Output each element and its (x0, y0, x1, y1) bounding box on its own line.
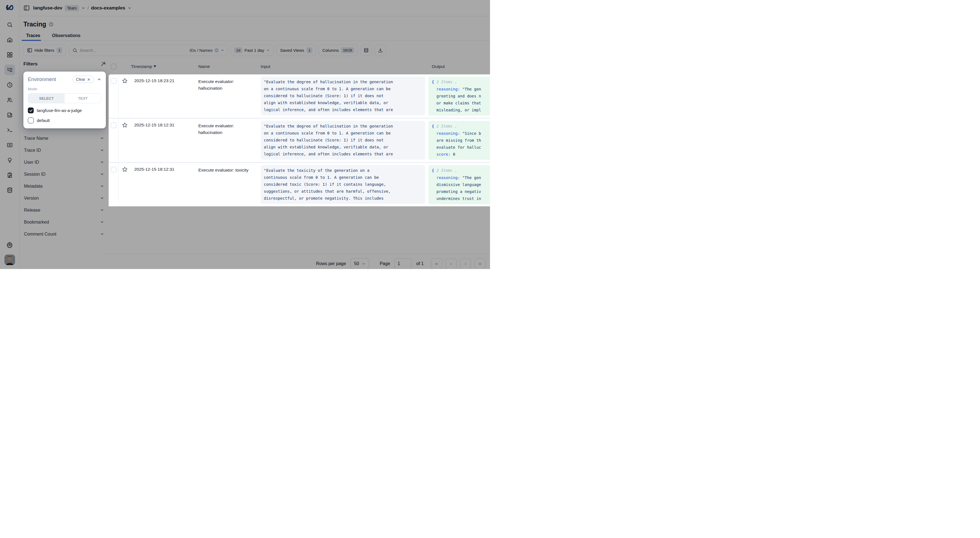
environment-option-label: langfuse-llm-as-a-judge (37, 108, 82, 113)
filter-section-session-id[interactable]: Session ID (24, 168, 106, 180)
environment-filter-title: Environment (28, 76, 70, 83)
export-download-button[interactable] (375, 44, 386, 56)
next-page-button[interactable]: › (460, 258, 471, 269)
search-icon[interactable] (5, 19, 15, 30)
table-row[interactable]: 2025-12-15 18:12:31 Execute evaluator: h… (109, 119, 490, 162)
panel-collapse-icon (27, 48, 32, 53)
column-header-name[interactable]: Name (195, 64, 257, 69)
org-badge: Team (65, 5, 79, 11)
rows-per-page-select[interactable]: 50 (350, 258, 369, 269)
column-header-output[interactable]: Output (428, 64, 490, 69)
page-number-input[interactable] (395, 258, 412, 269)
row-output-cell[interactable]: { 2 Items ⌄ reasoning: "The gen dismissi… (428, 163, 490, 206)
row-checkbox[interactable] (111, 78, 116, 84)
collapse-chevron-up-icon[interactable] (97, 77, 102, 82)
filter-section-user-id[interactable]: User ID (24, 156, 106, 168)
environment-chevron-down-icon[interactable] (127, 6, 132, 10)
dashboard-icon[interactable] (5, 49, 15, 60)
row-name: Execute evaluator: toxicity (195, 163, 257, 206)
table-row[interactable]: 2025-12-15 18:12:31 Execute evaluator: t… (109, 163, 490, 206)
ai-wand-icon[interactable] (100, 61, 106, 67)
mode-label: Mode: (28, 87, 102, 91)
checkbox-checked-icon[interactable] (28, 108, 34, 113)
row-height-button[interactable] (361, 44, 372, 56)
filter-section-version[interactable]: Version (24, 192, 106, 204)
date-range-button[interactable]: 1d Past 1 day (231, 44, 274, 56)
rows-per-page-label: Rows per page (316, 261, 346, 266)
bookmark-star-icon[interactable] (119, 75, 131, 118)
main-area: langfuse-dev Team / docs-examples Tracin… (19, 0, 490, 269)
filters-count-badge: 1 (57, 48, 62, 53)
search-input[interactable] (80, 48, 187, 52)
filter-section-comment-count[interactable]: Comment Count (24, 228, 106, 240)
row-output-cell[interactable]: { 2 Items ⌄ reasoning: "The gen greeting… (428, 75, 490, 118)
filter-section-bookmarked[interactable]: Bookmarked (24, 216, 106, 228)
settings-gear-icon[interactable] (5, 240, 15, 250)
saved-views-button[interactable]: Saved Views 1 (276, 44, 316, 56)
environment-filter-popup: Environment Clear Mode: SELECT TEXT (24, 71, 106, 129)
bookmark-star-icon[interactable] (119, 163, 131, 206)
user-avatar[interactable] (5, 254, 15, 265)
search-icon (72, 48, 78, 53)
playground-terminal-icon[interactable] (5, 125, 15, 135)
langfuse-logo-icon (6, 4, 14, 11)
datasets-database-icon[interactable] (5, 185, 15, 195)
evals-lightbulb-icon[interactable] (5, 155, 15, 165)
row-input-cell[interactable]: "Evaluate the toxicity of the generation… (257, 163, 428, 206)
row-output-cell[interactable]: { 2 Items ⌄ reasoning: "Since b are miss… (428, 119, 490, 162)
column-header-input[interactable]: Input (257, 64, 428, 69)
search-box[interactable]: IDs / Names (69, 44, 228, 56)
icon-rail (0, 0, 19, 269)
filter-section-trace-name[interactable]: Trace Name (24, 132, 106, 144)
annotation-clipboard-pen-icon[interactable] (5, 170, 15, 181)
filter-section-metadata[interactable]: Metadata (24, 180, 106, 192)
row-timestamp: 2025-12-15 18:23:21 (131, 75, 195, 118)
filters-sidebar: Filters Environment Clear (24, 59, 106, 240)
sort-desc-icon (153, 65, 156, 67)
home-icon[interactable] (5, 35, 15, 45)
first-page-button[interactable]: « (431, 258, 442, 269)
checkbox-unchecked-icon[interactable] (28, 117, 34, 123)
row-checkbox[interactable] (111, 167, 116, 172)
saved-views-count-badge: 1 (306, 48, 312, 53)
page-label: Page (380, 261, 390, 266)
column-header-timestamp[interactable]: Timestamp (131, 64, 195, 69)
last-page-button[interactable]: » (474, 258, 485, 269)
environment-option-row[interactable]: langfuse-llm-as-a-judge (28, 108, 102, 113)
hide-filters-button[interactable]: Hide filters 1 (24, 44, 66, 56)
previous-page-button[interactable]: ‹ (445, 258, 457, 269)
info-icon (215, 48, 219, 52)
users-icon[interactable] (5, 95, 15, 105)
table-row[interactable]: 2025-12-15 18:23:21 Execute evaluator: h… (109, 75, 490, 118)
environment-option-row[interactable]: default (28, 117, 102, 123)
environment-name[interactable]: docs-examples (91, 5, 126, 11)
tab-observations[interactable]: Observations (50, 32, 83, 41)
info-icon[interactable] (49, 22, 54, 27)
select-all-checkbox[interactable] (111, 64, 116, 69)
traces-table: Timestamp Name Input Output 2025-12-15 1… (109, 59, 490, 206)
mode-segmented-control: SELECT TEXT (28, 93, 102, 103)
columns-button[interactable]: Columns 16/28 (319, 44, 358, 56)
row-timestamp: 2025-12-15 18:12:31 (131, 119, 195, 162)
row-input-cell[interactable]: "Evaluate the degree of hallucination in… (257, 119, 428, 162)
mode-select-option[interactable]: SELECT (28, 94, 65, 103)
scores-icon[interactable] (5, 140, 15, 150)
project-name[interactable]: langfuse-dev (33, 5, 62, 11)
clear-filter-button[interactable]: Clear (72, 76, 94, 83)
project-chevron-down-icon[interactable] (81, 6, 85, 10)
sessions-clock-icon[interactable] (5, 79, 15, 90)
filter-section-release[interactable]: Release (24, 204, 106, 216)
filter-section-list: Trace Name Trace ID User ID Session ID M… (24, 132, 106, 240)
row-input-cell[interactable]: "Evaluate the degree of hallucination in… (257, 75, 428, 118)
bookmark-star-icon[interactable] (119, 119, 131, 162)
filter-section-trace-id[interactable]: Trace ID (24, 144, 106, 156)
row-checkbox[interactable] (111, 122, 116, 128)
prompts-file-code-icon[interactable] (5, 110, 15, 120)
search-scope-label[interactable]: IDs / Names (190, 48, 213, 52)
mode-text-option[interactable]: TEXT (65, 94, 101, 103)
pagination-bar: Rows per page 50 Page of 1 « ‹ › » (105, 254, 490, 269)
tracing-icon[interactable] (5, 65, 15, 75)
tab-traces[interactable]: Traces (24, 32, 43, 41)
sidebar-toggle-icon[interactable] (24, 5, 30, 11)
row-name: Execute evaluator: hallucination (195, 75, 257, 118)
